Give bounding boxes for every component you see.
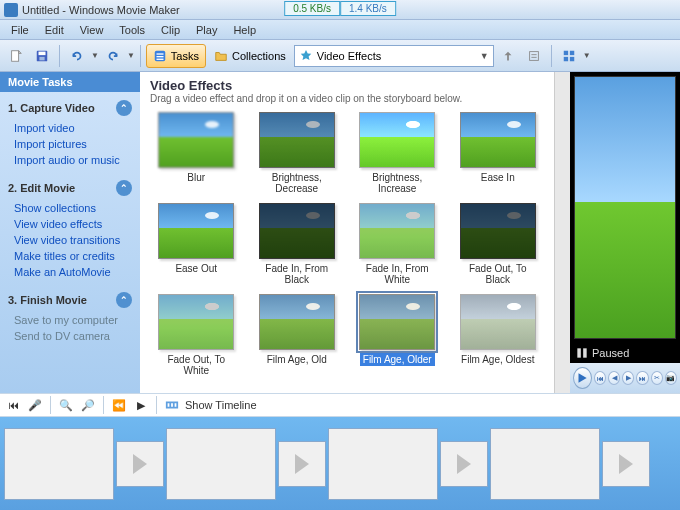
chevron-down-icon: ▼ bbox=[480, 51, 489, 61]
split-button[interactable]: ✂ bbox=[651, 371, 663, 385]
up-level-button[interactable] bbox=[496, 44, 520, 68]
step-forward-button[interactable]: ▶ bbox=[622, 371, 634, 385]
task-link[interactable]: Import audio or music bbox=[0, 152, 140, 168]
svg-rect-15 bbox=[577, 348, 581, 357]
show-timeline-icon[interactable] bbox=[163, 396, 181, 414]
collapse-icon[interactable]: ⌃ bbox=[116, 180, 132, 196]
snapshot-button[interactable]: 📷 bbox=[665, 371, 677, 385]
task-link[interactable]: Send to DV camera bbox=[0, 328, 140, 344]
task-link[interactable]: Save to my computer bbox=[0, 312, 140, 328]
effect-item[interactable]: Fade Out, To White bbox=[150, 292, 243, 379]
effect-item[interactable]: Brightness, Increase bbox=[351, 110, 444, 197]
task-link[interactable]: Make titles or credits bbox=[0, 248, 140, 264]
scrollbar[interactable] bbox=[554, 72, 570, 393]
properties-button[interactable] bbox=[522, 44, 546, 68]
save-button[interactable] bbox=[30, 44, 54, 68]
svg-rect-6 bbox=[156, 56, 163, 57]
clip-slot[interactable] bbox=[166, 428, 276, 500]
effect-item[interactable]: Brightness, Decrease bbox=[251, 110, 344, 197]
transition-slot[interactable] bbox=[440, 441, 488, 487]
tasks-toggle[interactable]: Tasks bbox=[146, 44, 206, 68]
effect-item[interactable]: Film Age, Old bbox=[251, 292, 344, 379]
svg-rect-7 bbox=[156, 58, 163, 59]
effect-label: Fade Out, To White bbox=[152, 353, 241, 377]
task-link[interactable]: View video transitions bbox=[0, 232, 140, 248]
forward-end-button[interactable]: ⏭ bbox=[636, 371, 648, 385]
play-timeline-button[interactable]: ▶ bbox=[132, 396, 150, 414]
effect-thumbnail bbox=[259, 294, 335, 350]
menu-clip[interactable]: Clip bbox=[154, 22, 187, 38]
svg-rect-18 bbox=[168, 403, 170, 407]
effect-label: Ease Out bbox=[172, 262, 220, 275]
effect-item[interactable]: Blur bbox=[150, 110, 243, 197]
transition-slot[interactable] bbox=[602, 441, 650, 487]
collapse-icon[interactable]: ⌃ bbox=[116, 292, 132, 308]
effect-label: Film Age, Old bbox=[264, 353, 330, 366]
rewind-start-button[interactable]: ⏮ bbox=[594, 371, 606, 385]
menu-view[interactable]: View bbox=[73, 22, 111, 38]
rewind-timeline-button[interactable]: ⏮ bbox=[4, 396, 22, 414]
effect-item[interactable]: Fade In, From White bbox=[351, 201, 444, 288]
effect-item[interactable]: Film Age, Older bbox=[351, 292, 444, 379]
svg-rect-8 bbox=[529, 51, 538, 60]
preview-controls: ⏮ ◀ ▶ ⏭ ✂ 📷 bbox=[570, 363, 680, 393]
task-link[interactable]: Show collections bbox=[0, 200, 140, 216]
menu-play[interactable]: Play bbox=[189, 22, 224, 38]
collapse-icon[interactable]: ⌃ bbox=[116, 100, 132, 116]
menu-help[interactable]: Help bbox=[226, 22, 263, 38]
zoom-out-button[interactable]: 🔎 bbox=[79, 396, 97, 414]
transition-slot[interactable] bbox=[116, 441, 164, 487]
undo-button[interactable] bbox=[65, 44, 89, 68]
app-icon bbox=[4, 3, 18, 17]
clip-slot[interactable] bbox=[4, 428, 114, 500]
menu-tools[interactable]: Tools bbox=[112, 22, 152, 38]
show-timeline-label[interactable]: Show Timeline bbox=[185, 399, 257, 411]
set-audio-button[interactable]: 🎤 bbox=[26, 396, 44, 414]
effect-item[interactable]: Fade In, From Black bbox=[251, 201, 344, 288]
svg-rect-16 bbox=[583, 348, 587, 357]
folder-icon bbox=[214, 49, 228, 63]
arrow-icon bbox=[619, 454, 633, 474]
redo-button[interactable] bbox=[101, 44, 125, 68]
svg-rect-14 bbox=[570, 56, 574, 60]
play-button[interactable] bbox=[573, 367, 592, 389]
effect-label: Film Age, Older bbox=[360, 353, 435, 366]
tasks-pane-header: Movie Tasks bbox=[0, 72, 140, 92]
svg-rect-0 bbox=[12, 50, 19, 61]
menu-edit[interactable]: Edit bbox=[38, 22, 71, 38]
menu-file[interactable]: File bbox=[4, 22, 36, 38]
task-link[interactable]: Import video bbox=[0, 120, 140, 136]
task-link[interactable]: View video effects bbox=[0, 216, 140, 232]
effects-icon bbox=[299, 49, 313, 63]
window-title: Untitled - Windows Movie Maker bbox=[22, 4, 180, 16]
svg-rect-10 bbox=[531, 56, 536, 57]
panel-title: Video Effects bbox=[150, 78, 544, 93]
collection-dropdown[interactable]: Video Effects ▼ bbox=[294, 45, 494, 67]
menubar: FileEditViewToolsClipPlayHelp bbox=[0, 20, 680, 40]
effect-item[interactable]: Ease Out bbox=[150, 201, 243, 288]
effect-thumbnail bbox=[460, 203, 536, 259]
transition-slot[interactable] bbox=[278, 441, 326, 487]
task-link[interactable]: Import pictures bbox=[0, 136, 140, 152]
view-button[interactable] bbox=[557, 44, 581, 68]
clip-slot[interactable] bbox=[328, 428, 438, 500]
effect-item[interactable]: Fade Out, To Black bbox=[452, 201, 545, 288]
effect-label: Fade In, From White bbox=[353, 262, 442, 286]
new-button[interactable] bbox=[4, 44, 28, 68]
effect-item[interactable]: Film Age, Oldest bbox=[452, 292, 545, 379]
skip-back-button[interactable]: ⏪ bbox=[110, 396, 128, 414]
task-link[interactable]: Make an AutoMovie bbox=[0, 264, 140, 280]
effect-thumbnail bbox=[259, 112, 335, 168]
preview-monitor bbox=[574, 76, 676, 339]
zoom-in-button[interactable]: 🔍 bbox=[57, 396, 75, 414]
svg-rect-5 bbox=[156, 53, 163, 54]
svg-rect-19 bbox=[171, 403, 173, 407]
dropdown-value: Video Effects bbox=[317, 50, 381, 62]
step-back-button[interactable]: ◀ bbox=[608, 371, 620, 385]
section-title: 1. Capture Video⌃ bbox=[0, 96, 140, 120]
effect-item[interactable]: Ease In bbox=[452, 110, 545, 197]
clip-slot[interactable] bbox=[490, 428, 600, 500]
collections-toggle[interactable]: Collections bbox=[208, 44, 292, 68]
storyboard[interactable] bbox=[0, 417, 680, 510]
effect-thumbnail bbox=[158, 203, 234, 259]
